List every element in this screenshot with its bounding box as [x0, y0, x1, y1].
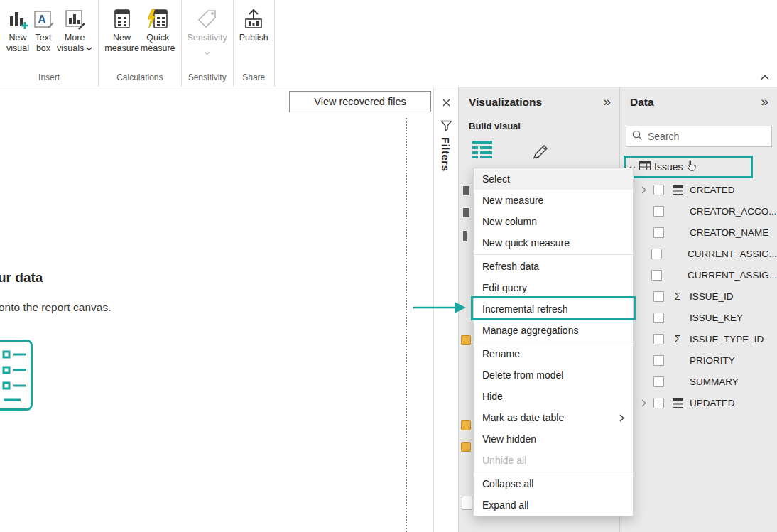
table-context-menu: Select New measure New column New quick … — [473, 168, 634, 516]
report-placeholder-icon — [0, 340, 33, 411]
filters-pane-collapsed[interactable]: Filters — [433, 87, 458, 532]
field-checkbox[interactable] — [651, 270, 662, 281]
obscured-icon-fragment — [461, 420, 471, 430]
close-recovered-files-icon[interactable] — [438, 94, 455, 111]
field-name: ISSUE_KEY — [690, 313, 743, 323]
menu-item-new-column[interactable]: New column — [474, 211, 633, 232]
table-icon — [639, 161, 651, 173]
new-visual-label-2: visual — [6, 43, 29, 54]
chevron-down-icon — [86, 47, 92, 51]
data-pane-title: Data — [630, 96, 654, 109]
menu-item-manage-aggregations[interactable]: Manage aggregations — [474, 320, 633, 341]
canvas-body-fragment: onto the report canvas. — [0, 301, 112, 314]
view-recovered-files-button[interactable]: View recovered files — [289, 91, 431, 112]
ribbon: New visual A Text box More visuals — [0, 0, 777, 87]
field-name: ISSUE_ID — [690, 291, 734, 302]
field-name: PRIORITY — [690, 355, 735, 366]
filter-funnel-icon — [440, 120, 452, 134]
more-visuals-icon — [63, 6, 87, 33]
data-pane: Data » Issues CREATED CREATOR_ACCO... — [619, 87, 777, 532]
report-canvas-edge — [406, 118, 407, 532]
field-row-summary[interactable]: SUMMARY — [620, 371, 777, 392]
text-box-icon: A — [31, 6, 55, 33]
ribbon-group-sensitivity: Sensitivity Sensitivity — [182, 0, 234, 87]
ribbon-group-share: Publish Share — [234, 0, 275, 87]
ribbon-group-calculations: New measure Quick measure Calculations — [99, 0, 181, 87]
obscured-text-fragment — [463, 186, 469, 195]
field-row-created[interactable]: CREATED — [620, 179, 777, 200]
field-checkbox[interactable] — [653, 334, 664, 344]
chevron-right-icon[interactable] — [641, 399, 653, 407]
menu-item-select[interactable]: Select — [474, 168, 633, 190]
field-name: CREATED — [690, 185, 735, 195]
svg-text:A: A — [38, 13, 46, 26]
search-icon — [632, 130, 643, 143]
quick-measure-button[interactable]: Quick measure — [141, 3, 175, 54]
field-checkbox[interactable] — [653, 313, 664, 323]
quick-measure-label-1: Quick — [146, 33, 169, 43]
publish-button[interactable]: Publish — [239, 3, 268, 43]
more-visuals-label-1: More — [65, 33, 85, 43]
field-row-current-assignee-2[interactable]: CURRENT_ASSIG... — [620, 264, 777, 286]
field-list: CREATED CREATOR_ACCO... CREATOR_NAME CUR… — [620, 179, 777, 413]
menu-item-new-quick-measure[interactable]: New quick measure — [474, 232, 633, 254]
menu-item-delete-from-model[interactable]: Delete from model — [474, 364, 633, 386]
chevron-right-icon[interactable] — [641, 186, 653, 194]
collapse-ribbon-button[interactable] — [759, 72, 771, 82]
menu-item-mark-as-date-table[interactable]: Mark as date table — [474, 407, 633, 428]
menu-item-unhide-all: Unhide all — [474, 450, 633, 471]
field-row-issue-id[interactable]: Σ ISSUE_ID — [620, 286, 777, 307]
field-checkbox[interactable] — [653, 376, 664, 387]
obscured-icon-fragment — [461, 335, 471, 345]
new-measure-icon — [110, 6, 134, 33]
quick-measure-icon — [146, 6, 170, 33]
field-checkbox[interactable] — [653, 227, 664, 238]
menu-separator — [474, 254, 633, 255]
menu-item-incremental-refresh[interactable]: Incremental refresh — [474, 298, 633, 320]
format-visual-tab-icon[interactable] — [530, 139, 551, 163]
new-measure-button[interactable]: New measure — [104, 3, 139, 54]
field-row-updated[interactable]: UPDATED — [620, 392, 777, 413]
ribbon-group-insert: New visual A Text box More visuals — [0, 0, 99, 87]
menu-item-refresh-data[interactable]: Refresh data — [474, 256, 633, 277]
collapse-data-pane-icon[interactable]: » — [761, 94, 768, 109]
field-checkbox[interactable] — [653, 355, 664, 366]
menu-item-collapse-all[interactable]: Collapse all — [474, 473, 633, 494]
field-name: CURRENT_ASSIG... — [688, 270, 777, 281]
field-row-creator-account[interactable]: CREATOR_ACCO... — [620, 200, 777, 222]
field-row-current-assignee-1[interactable]: CURRENT_ASSIG... — [620, 243, 777, 264]
field-row-issue-type-id[interactable]: Σ ISSUE_TYPE_ID — [620, 328, 777, 349]
field-checkbox[interactable] — [651, 249, 662, 259]
menu-item-new-measure[interactable]: New measure — [474, 190, 633, 211]
publish-icon — [241, 6, 266, 33]
field-row-creator-name[interactable]: CREATOR_NAME — [620, 222, 777, 243]
build-visual-tab-icon[interactable] — [472, 139, 493, 161]
menu-item-hide[interactable]: Hide — [474, 386, 633, 407]
field-row-issue-key[interactable]: ISSUE_KEY — [620, 307, 777, 328]
new-visual-icon — [6, 6, 30, 33]
field-row-priority[interactable]: PRIORITY — [620, 349, 777, 371]
search-input[interactable] — [648, 131, 776, 142]
more-visuals-button[interactable]: More visuals — [57, 3, 92, 54]
text-box-button[interactable]: A Text box — [31, 3, 55, 54]
submenu-chevron-icon — [619, 414, 624, 422]
collapse-visualizations-pane-icon[interactable]: » — [603, 94, 611, 109]
menu-item-rename[interactable]: Rename — [474, 343, 633, 364]
field-checkbox[interactable] — [653, 206, 664, 217]
menu-item-expand-all[interactable]: Expand all — [474, 494, 633, 516]
new-measure-label-1: New — [113, 33, 131, 43]
table-item-issues[interactable]: Issues — [624, 156, 753, 178]
field-name: SUMMARY — [690, 376, 739, 387]
menu-item-view-hidden[interactable]: View hidden — [474, 428, 633, 450]
field-checkbox[interactable] — [653, 185, 664, 195]
obscured-icon-fragment — [461, 442, 471, 452]
obscured-text-fragment — [463, 208, 469, 217]
quick-measure-label-2: measure — [141, 43, 175, 54]
menu-item-edit-query[interactable]: Edit query — [474, 277, 633, 298]
field-checkbox[interactable] — [653, 398, 664, 408]
obscured-fieldwell-fragment — [462, 496, 472, 510]
ribbon-group-label-insert: Insert — [6, 71, 92, 85]
field-name: CREATOR_ACCO... — [690, 206, 777, 217]
field-checkbox[interactable] — [653, 291, 664, 302]
new-visual-button[interactable]: New visual — [6, 3, 30, 54]
